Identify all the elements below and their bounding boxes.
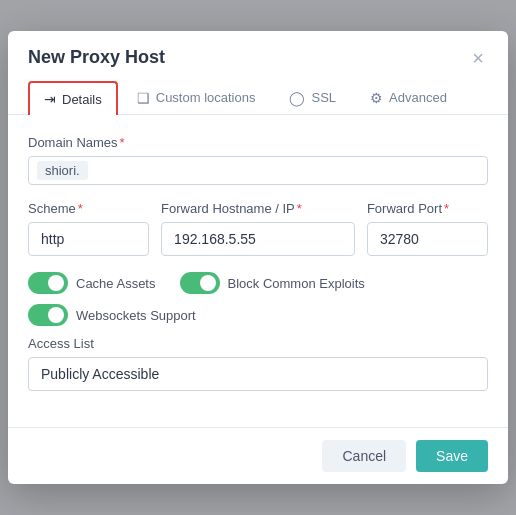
domain-names-label: Domain Names*: [28, 135, 488, 150]
block-exploits-toggle[interactable]: [180, 272, 220, 294]
access-list-label: Access List: [28, 336, 488, 351]
save-button[interactable]: Save: [416, 440, 488, 472]
domain-names-group: Domain Names* shiori.: [28, 135, 488, 185]
tabs-bar: ⇥ Details ❑ Custom locations ◯ SSL ⚙ Adv…: [8, 68, 508, 115]
cache-assets-toggle[interactable]: [28, 272, 68, 294]
details-icon: ⇥: [44, 91, 56, 107]
block-exploits-slider: [180, 272, 220, 294]
modal: New Proxy Host × ⇥ Details ❑ Custom loca…: [8, 31, 508, 484]
websockets-slider: [28, 304, 68, 326]
websockets-toggle-item: Websockets Support: [28, 304, 196, 326]
tab-ssl[interactable]: ◯ SSL: [274, 80, 351, 114]
websockets-label: Websockets Support: [76, 308, 196, 323]
access-list-group: Access List: [28, 336, 488, 391]
forward-host-label: Forward Hostname / IP*: [161, 201, 355, 216]
toggles-row-2: Websockets Support: [28, 304, 488, 326]
forward-host-input[interactable]: [161, 222, 355, 256]
websockets-toggle[interactable]: [28, 304, 68, 326]
cache-assets-label: Cache Assets: [76, 276, 156, 291]
tab-custom-locations[interactable]: ❑ Custom locations: [122, 80, 271, 114]
modal-body: Domain Names* shiori. Scheme* Forward Ho…: [8, 115, 508, 427]
modal-footer: Cancel Save: [8, 427, 508, 484]
forward-port-input[interactable]: [367, 222, 488, 256]
scheme-host-port-row: Scheme* Forward Hostname / IP* Forward P…: [28, 201, 488, 272]
tab-advanced[interactable]: ⚙ Advanced: [355, 80, 462, 114]
tab-details-label: Details: [62, 92, 102, 107]
domain-tag: shiori.: [37, 161, 88, 180]
cancel-button[interactable]: Cancel: [322, 440, 406, 472]
modal-header: New Proxy Host ×: [8, 31, 508, 68]
custom-locations-icon: ❑: [137, 90, 150, 106]
forward-port-group: Forward Port*: [367, 201, 488, 256]
modal-overlay: New Proxy Host × ⇥ Details ❑ Custom loca…: [0, 0, 516, 515]
close-button[interactable]: ×: [468, 48, 488, 68]
forward-port-label: Forward Port*: [367, 201, 488, 216]
cache-assets-toggle-item: Cache Assets: [28, 272, 156, 294]
tab-advanced-label: Advanced: [389, 90, 447, 105]
scheme-label: Scheme*: [28, 201, 149, 216]
block-exploits-toggle-item: Block Common Exploits: [180, 272, 365, 294]
scheme-group: Scheme*: [28, 201, 149, 256]
modal-title: New Proxy Host: [28, 47, 165, 68]
tab-ssl-label: SSL: [311, 90, 336, 105]
cache-assets-slider: [28, 272, 68, 294]
ssl-icon: ◯: [289, 90, 305, 106]
toggles-row-1: Cache Assets Block Common Exploits: [28, 272, 488, 294]
tab-details[interactable]: ⇥ Details: [28, 81, 118, 115]
domain-names-input-wrapper[interactable]: shiori.: [28, 156, 488, 185]
domain-names-input[interactable]: [92, 163, 479, 179]
scheme-input[interactable]: [28, 222, 149, 256]
block-exploits-label: Block Common Exploits: [228, 276, 365, 291]
tab-custom-locations-label: Custom locations: [156, 90, 256, 105]
forward-host-group: Forward Hostname / IP*: [161, 201, 355, 256]
access-list-input[interactable]: [28, 357, 488, 391]
advanced-icon: ⚙: [370, 90, 383, 106]
